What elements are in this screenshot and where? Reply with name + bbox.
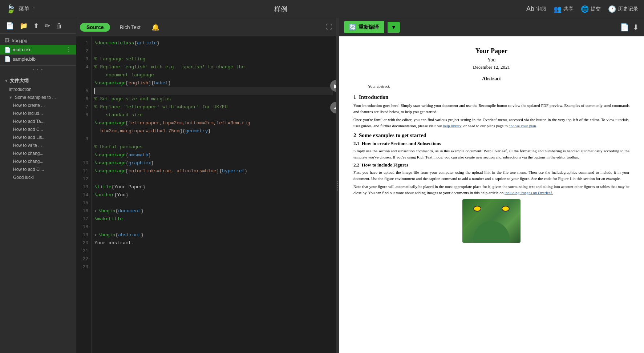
- file-menu-icon[interactable]: ⋮: [66, 46, 72, 53]
- frog-image: [462, 199, 521, 243]
- frog-eye-left: [473, 206, 481, 212]
- choose-plan-link[interactable]: choose your plan: [509, 124, 536, 128]
- outline-item-introduction[interactable]: Introduction: [0, 85, 76, 93]
- subsection-21-title: 2.1 How to create Sections and Subsectio…: [353, 141, 629, 147]
- submit-icon: 🌐: [581, 5, 589, 13]
- outline-item-label: Some examples to ...: [15, 95, 56, 100]
- recompile-dropdown-button[interactable]: ▼: [388, 22, 400, 33]
- code-line-16: \title{Your Paper}: [94, 183, 333, 191]
- preview-download-icon[interactable]: ⬇: [633, 23, 639, 32]
- code-line-17: \author{You}: [94, 191, 333, 199]
- file-name-bib: sample.bib: [13, 56, 72, 62]
- preview-content: Your Paper You December 12, 2021 Abstrac…: [339, 36, 644, 353]
- recompile-label: 重新编译: [359, 24, 379, 31]
- paper-title: Your Paper: [353, 47, 629, 55]
- file-name-frog: frog.jpg: [12, 38, 72, 43]
- section-1-body2: Once you're familiar with the editor, yo…: [353, 117, 629, 129]
- outline-item-how-to-chang-2[interactable]: How to chang...: [0, 157, 76, 165]
- section-1-body: Your introduction goes here! Simply star…: [353, 103, 629, 115]
- outline-item-how-to-include[interactable]: How to includ...: [0, 109, 76, 117]
- code-line-23: Your abstract.: [94, 239, 333, 247]
- code-line-6: [94, 87, 333, 95]
- topbar-right: Ab 审阅 👥 共享 🌐 提交 🕐 历史记录: [526, 5, 638, 13]
- upload-button[interactable]: ⬆: [32, 21, 40, 31]
- outline-item-how-to-add-lis[interactable]: How to add Lis...: [0, 133, 76, 141]
- outline-item-some-examples[interactable]: ▼ Some examples to ...: [0, 93, 76, 101]
- topbar-left: 🍃 菜单 ↑: [6, 4, 36, 14]
- code-line-14: \usepackage[colorlinks=true, allcolors=b…: [94, 167, 333, 175]
- editor-content[interactable]: 1 2 3 4 5 6 7 8 9 10 11 12 13 14 15 16 1…: [76, 36, 336, 353]
- upload-icon[interactable]: ↑: [32, 5, 36, 13]
- edit-button[interactable]: ✏: [43, 21, 52, 31]
- code-line-2: [94, 47, 333, 55]
- outline-item-good-luck[interactable]: Good luck!: [0, 173, 76, 181]
- submit-button[interactable]: 🌐 提交: [581, 5, 601, 13]
- tab-source[interactable]: Source: [80, 23, 110, 32]
- fullscreen-button[interactable]: ⛶: [326, 23, 332, 31]
- history-label: 历史记录: [618, 6, 638, 12]
- code-line-7: % Set page size and margins: [94, 95, 333, 103]
- code-line-13: \usepackage{graphicx}: [94, 159, 333, 167]
- subsection-22-body2: Note that your figure will automatically…: [353, 184, 629, 196]
- file-item-main[interactable]: 📄 main.tex ⋮: [0, 45, 76, 55]
- share-label: 共享: [563, 6, 574, 12]
- submit-label: 提交: [591, 6, 601, 12]
- subsection-22-body: First you have to upload the image file …: [353, 169, 629, 181]
- outline-item-how-to-add-ta[interactable]: How to add Ta...: [0, 117, 76, 125]
- resize-handle[interactable]: [336, 18, 339, 353]
- scroll-right-down[interactable]: ◀: [330, 102, 336, 113]
- help-library-link[interactable]: help library: [443, 124, 461, 128]
- code-line-21: [94, 223, 333, 231]
- new-folder-button[interactable]: 📁: [18, 21, 29, 31]
- sidebar: 📄 📁 ⬆ ✏ 🗑 🖼 frog.jpg 📄 main.tex ⋮ 📄 samp…: [0, 18, 76, 353]
- file-name-main: main.tex: [13, 47, 64, 52]
- outline-item-how-to-add-c[interactable]: How to add C...: [0, 125, 76, 133]
- code-line-9: \usepackage[letterpaper,top=2cm,bottom=2…: [94, 119, 333, 135]
- overleaf-images-link[interactable]: including images on Overleaf.: [505, 190, 553, 195]
- app-logo: 🍃: [6, 4, 16, 14]
- scroll-right-up[interactable]: ▶: [330, 80, 336, 92]
- outline-item-how-to-chang-1[interactable]: How to chang...: [0, 149, 76, 157]
- code-line-19: ▾\begin{document}: [94, 207, 333, 215]
- share-button[interactable]: 👥 共享: [554, 5, 574, 13]
- section-1: 1 Introduction Your introduction goes he…: [353, 94, 629, 129]
- frog-body: [473, 221, 510, 243]
- abstract-title: Abstract: [353, 76, 629, 82]
- preview-file-icon[interactable]: 📄: [620, 23, 629, 32]
- code-line-22: ▾\begin{abstract}: [94, 231, 333, 239]
- outline-item-how-to-create[interactable]: How to create ...: [0, 101, 76, 109]
- code-line-3: % Language setting: [94, 55, 333, 63]
- outline-section: ▼ 文件大纲 Introduction ▼ Some examples to .…: [0, 74, 76, 353]
- paper-date: December 12, 2021: [353, 64, 629, 70]
- section-2: 2 Some examples to get started 2.1 How t…: [353, 132, 629, 243]
- section-1-title: 1 Introduction: [353, 94, 629, 100]
- review-button[interactable]: Ab 审阅: [526, 5, 546, 13]
- code-line-5: \usepackage[english]{babel}: [94, 79, 333, 87]
- abstract-text: Your abstract.: [368, 84, 629, 88]
- code-line-12: \usepackage{amsmath}: [94, 151, 333, 159]
- preview-toolbar: 🔄 重新编译 ▼ 📄 ⬇: [339, 18, 644, 36]
- file-item-bib[interactable]: 📄 sample.bib: [0, 55, 76, 63]
- outline-item-how-to-write[interactable]: How to write ...: [0, 141, 76, 149]
- code-line-11: % Useful packages: [94, 143, 333, 151]
- line-numbers: 1 2 3 4 5 6 7 8 9 10 11 12 13 14 15 16 1…: [76, 36, 92, 353]
- main-area: 📄 📁 ⬆ ✏ 🗑 🖼 frog.jpg 📄 main.tex ⋮ 📄 samp…: [0, 18, 644, 353]
- frog-eye-right: [502, 206, 510, 212]
- recompile-icon: 🔄: [349, 24, 356, 31]
- delete-button[interactable]: 🗑: [54, 21, 64, 31]
- subsection-21-body: Simply use the section and subsection co…: [353, 148, 629, 160]
- code-line-18: [94, 199, 333, 207]
- file-item-frog[interactable]: 🖼 frog.jpg: [0, 36, 76, 45]
- outline-header[interactable]: ▼ 文件大纲: [0, 76, 76, 85]
- section-2-title: 2 Some examples to get started: [353, 132, 629, 139]
- chevron-down-icon: ▼: [4, 79, 8, 83]
- code-editor[interactable]: \documentclass{article} % Language setti…: [92, 36, 336, 353]
- code-line-15: [94, 175, 333, 183]
- outline-item-how-to-add-ci[interactable]: How to add Ci...: [0, 165, 76, 173]
- notification-bell-icon[interactable]: 🔔: [151, 23, 159, 31]
- history-button[interactable]: 🕐 历史记录: [608, 5, 638, 13]
- new-file-button[interactable]: 📄: [4, 21, 15, 31]
- recompile-button[interactable]: 🔄 重新编译: [344, 21, 384, 33]
- menu-button[interactable]: 菜单: [19, 5, 29, 12]
- tab-richtext[interactable]: Rich Text: [113, 23, 147, 32]
